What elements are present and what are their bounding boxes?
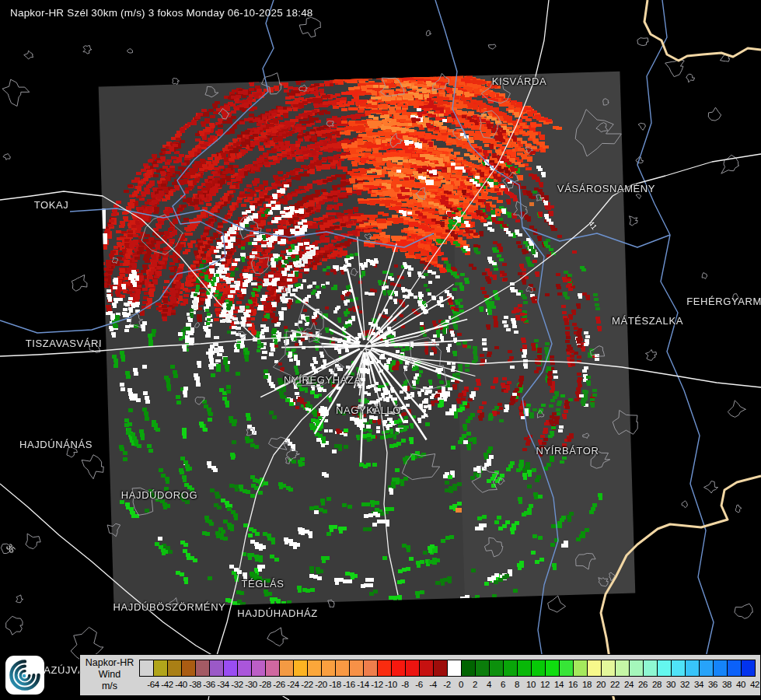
radar-map-canvas (0, 0, 761, 700)
legend-tick-label: 22 (610, 680, 620, 689)
legend-product: Napkor-HR (80, 657, 139, 669)
legend-color-box (293, 660, 308, 677)
legend-title: Napkor-HR Wind m/s (80, 657, 139, 692)
legend-color-box (237, 660, 252, 677)
legend-tick-label: 36 (708, 680, 717, 689)
legend-tick-label: 14 (554, 680, 564, 689)
legend-color-box (433, 660, 448, 677)
legend-color-box (601, 660, 616, 677)
legend-tick-label: 34 (694, 680, 703, 689)
legend-color-box (447, 660, 462, 677)
legend-tick-label: 42 (750, 680, 759, 689)
legend-tick-label: -2 (443, 680, 451, 689)
legend-color-box (419, 660, 434, 677)
legend-color-box (657, 660, 672, 677)
legend-color-box (489, 660, 504, 677)
legend-color-box (349, 660, 364, 677)
legend-color-box (335, 660, 350, 677)
legend-tick-label: 32 (680, 680, 689, 689)
legend-color-box (363, 660, 378, 677)
legend-tick-label: 30 (666, 680, 675, 689)
city-label: TISZAVASVÁRI (26, 338, 102, 349)
legend-unit: m/s (80, 681, 139, 692)
legend-tick-label: -12 (371, 680, 383, 689)
legend-tick-label: 6 (501, 680, 505, 689)
city-label: NYÍREGYHÁZA (284, 374, 361, 386)
legend-tick-label: -18 (329, 680, 341, 689)
city-label: VÁSÁROSNAMÉNY (557, 183, 655, 194)
legend-tick-label: 24 (624, 680, 634, 689)
legend-tick-label: -64 (147, 680, 159, 689)
legend-color-box (223, 660, 238, 677)
legend-color-box (153, 660, 168, 677)
legend-tick-label: -20 (315, 680, 327, 689)
legend-color-box (503, 660, 518, 677)
legend-color-box (559, 660, 574, 677)
legend-quantity: Wind (80, 669, 139, 681)
legend-tick-label: -40 (175, 680, 187, 689)
city-label: HAJDÚNÁNÁS (19, 439, 93, 450)
legend-color-box (573, 660, 588, 677)
city-label: MÁTÉSZALKA (612, 315, 683, 327)
wind-scale-legend: Napkor-HR Wind m/s -64-42-40-38-36-34-32… (79, 654, 761, 696)
legend-tick-label: 4 (487, 680, 491, 689)
legend-tick-label: 2 (473, 680, 477, 689)
legend-tick-label: -28 (259, 680, 271, 689)
legend-color-box (405, 660, 420, 677)
legend-tick-label: 28 (652, 680, 662, 689)
legend-color-box (209, 660, 224, 677)
legend-color-box (727, 660, 742, 677)
legend-color-box (713, 660, 728, 677)
legend-color-box (321, 660, 336, 677)
legend-tick-label: -24 (287, 680, 299, 689)
legend-color-box (629, 660, 644, 677)
legend-color-box (195, 660, 210, 677)
legend-tick-label: -14 (357, 680, 369, 689)
legend-color-box (139, 660, 154, 677)
legend-color-box (741, 660, 756, 677)
legend-tick-label: 40 (736, 680, 745, 689)
legend-color-box (307, 660, 322, 677)
legend-color-box (545, 660, 560, 677)
legend-tick-label: -36 (203, 680, 215, 689)
legend-color-box (475, 660, 490, 677)
legend-tick-label: -42 (161, 680, 173, 689)
legend-color-box (517, 660, 532, 677)
legend-tick-label: -30 (245, 680, 257, 689)
legend-tick-label: 10 (526, 680, 536, 689)
legend-tick-label: -4 (429, 680, 437, 689)
city-label: HAJDÚDOROG (121, 489, 197, 501)
city-label: TÉGLÁS (242, 578, 285, 590)
city-label: NAGYKÁLLÓ (336, 404, 401, 416)
legend-tick-label: -16 (343, 680, 355, 689)
map-title: Napkor-HR Szél 30km (m/s) 3 fokos Monday… (10, 7, 313, 19)
legend-color-box (643, 660, 658, 677)
legend-color-box (671, 660, 686, 677)
legend-tick-label: 18 (582, 680, 592, 689)
legend-color-box (699, 660, 714, 677)
city-label: KISVÁRDA (492, 75, 547, 87)
legend-color-box (377, 660, 392, 677)
legend-color-box (531, 660, 546, 677)
legend-tick-label: 20 (596, 680, 606, 689)
legend-tick-label: -32 (231, 680, 243, 689)
legend-color-box (265, 660, 280, 677)
city-label: NYÍRBÁTOR (536, 445, 599, 457)
legend-tick-label: 16 (568, 680, 578, 689)
legend-tick-label: -26 (273, 680, 285, 689)
legend-color-box (587, 660, 602, 677)
legend-color-box (167, 660, 182, 677)
legend-tick-label: 8 (515, 680, 519, 689)
legend-tick-label: 38 (722, 680, 731, 689)
city-label: FEHÉRGYARMAT (686, 296, 761, 307)
legend-tick-label: -34 (217, 680, 229, 689)
legend-tick-label: -8 (401, 680, 409, 689)
city-label: HAJDÚHADHÁZ (237, 607, 317, 619)
legend-tick-label: -6 (415, 680, 423, 689)
legend-color-box (615, 660, 630, 677)
legend-color-box (685, 660, 700, 677)
legend-tick-label: 12 (540, 680, 550, 689)
legend-tick-label: 26 (638, 680, 648, 689)
legend-tick-label: 0 (459, 680, 463, 689)
legend-color-box (461, 660, 476, 677)
